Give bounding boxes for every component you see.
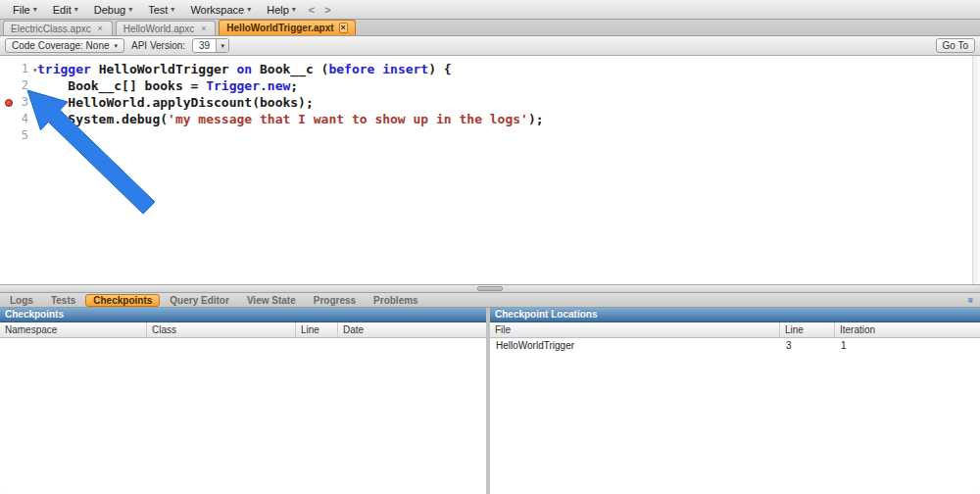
- close-icon[interactable]: ×: [339, 23, 348, 33]
- menu-file[interactable]: File ▾: [6, 3, 44, 17]
- code-identifier: HelloWorld.applyDiscount(books);: [37, 95, 314, 110]
- line-number: 4: [22, 112, 28, 125]
- nav-back-button[interactable]: <: [305, 4, 318, 16]
- menubar: File ▾ Edit ▾ Debug ▾ Test ▾ Workspace ▾…: [0, 0, 980, 20]
- caret-down-icon: ▾: [74, 6, 78, 14]
- editor-toolbar: Code Coverage: None ▾ API Version: 39 ▾ …: [0, 36, 980, 56]
- column-line[interactable]: Line: [780, 322, 835, 337]
- tab-checkpoints-active[interactable]: Checkpoints: [85, 294, 160, 307]
- caret-down-icon: ▾: [128, 6, 132, 14]
- tab-electricclass[interactable]: ElectricClass.apxc ×: [3, 21, 113, 35]
- api-version-select[interactable]: 39 ▾: [192, 38, 229, 53]
- tab-view-state[interactable]: View State: [239, 294, 304, 307]
- gutter-line-4[interactable]: 4: [0, 111, 33, 127]
- code-text: [33, 127, 37, 144]
- code-identifier: HelloWorldTrigger: [99, 62, 237, 76]
- tab-logs[interactable]: Logs: [2, 294, 41, 307]
- column-date[interactable]: Date: [338, 322, 486, 337]
- api-version-value: 39: [193, 40, 216, 51]
- code-identifier: System.debug(: [37, 112, 168, 126]
- nav-forward-button[interactable]: >: [320, 4, 334, 16]
- caret-down-icon: ▾: [33, 6, 37, 14]
- tab-helloworld[interactable]: HelloWorld.apxc ×: [116, 21, 217, 35]
- tab-query-editor[interactable]: Query Editor: [162, 294, 237, 307]
- column-file[interactable]: File: [490, 322, 780, 337]
- go-to-button[interactable]: Go To: [936, 38, 976, 53]
- caret-down-icon: ▾: [216, 39, 228, 52]
- gutter-line-3[interactable]: 3: [0, 94, 33, 111]
- code-editor[interactable]: 1 ▾ trigger HelloWorldTrigger on Book__c…: [0, 56, 980, 284]
- tab-label: HelloWorldTrigger.apxt: [226, 23, 333, 33]
- gutter-line-5[interactable]: 5: [0, 127, 33, 144]
- menu-file-label: File: [13, 4, 30, 16]
- menu-debug[interactable]: Debug ▾: [87, 3, 139, 17]
- bottom-panels: Checkpoints Namespace Class Line Date Ch…: [0, 308, 980, 494]
- menu-test-label: Test: [148, 4, 168, 16]
- code-text: System.debug('my message that I want to …: [33, 111, 544, 127]
- code-coverage-dropdown[interactable]: Code Coverage: None ▾: [5, 38, 124, 53]
- table-row[interactable]: HelloWorldTrigger 3 1: [490, 338, 980, 354]
- fold-arrow-icon[interactable]: ▾: [32, 62, 37, 78]
- column-namespace[interactable]: Namespace: [0, 322, 147, 337]
- code-identifier: ;: [290, 78, 298, 93]
- tab-label: HelloWorld.apxc: [123, 24, 195, 34]
- close-icon[interactable]: ×: [96, 25, 105, 33]
- menu-debug-label: Debug: [94, 4, 125, 16]
- breakpoint-icon[interactable]: [5, 99, 13, 107]
- line-number: 5: [22, 128, 28, 142]
- code-keyword: on: [237, 62, 260, 76]
- splitter-grip-handle[interactable]: [477, 286, 503, 291]
- checkpoints-panel: Checkpoints Namespace Class Line Date: [0, 308, 486, 494]
- code-coverage-label: Code Coverage: None: [12, 40, 110, 51]
- caret-down-icon: ▾: [247, 6, 251, 14]
- code-identifier: );: [528, 112, 544, 126]
- checkpoints-panel-title: Checkpoints: [0, 308, 486, 322]
- tab-tests[interactable]: Tests: [43, 294, 83, 307]
- code-identifier: ) {: [428, 62, 451, 76]
- gutter-line-2[interactable]: 2: [0, 77, 33, 94]
- developer-console-window: File ▾ Edit ▾ Debug ▾ Test ▾ Workspace ▾…: [0, 0, 980, 494]
- menu-edit-label: Edit: [53, 4, 72, 16]
- cell-line: 3: [780, 338, 835, 354]
- collapse-panel-chevrons-icon[interactable]: »: [966, 295, 976, 305]
- menu-test[interactable]: Test ▾: [141, 3, 181, 17]
- code-keyword: before insert: [328, 62, 428, 76]
- column-line[interactable]: Line: [296, 322, 338, 337]
- code-text: Book__c[] books = Trigger.new;: [33, 77, 298, 94]
- caret-down-icon: ▾: [115, 42, 119, 50]
- column-iteration[interactable]: Iteration: [835, 322, 980, 337]
- caret-down-icon: ▾: [292, 6, 296, 14]
- checkpoint-locations-panel: Checkpoint Locations File Line Iteration…: [490, 308, 980, 494]
- gutter-line-1[interactable]: 1 ▾: [0, 61, 33, 77]
- code-identifier: Book__c (: [260, 62, 328, 76]
- code-keyword: trigger: [37, 62, 99, 76]
- close-icon[interactable]: ×: [199, 25, 208, 33]
- menu-workspace[interactable]: Workspace ▾: [183, 3, 258, 17]
- column-class[interactable]: Class: [147, 322, 296, 337]
- bottom-tabstrip: Logs Tests Checkpoints Query Editor View…: [0, 293, 980, 308]
- code-line-2: 2 Book__c[] books = Trigger.new;: [0, 77, 980, 94]
- tab-helloworldtrigger-active[interactable]: HelloWorldTrigger.apxt ×: [219, 20, 355, 35]
- api-version-label: API Version:: [131, 40, 185, 51]
- editor-scrollbar[interactable]: [972, 56, 980, 284]
- caret-down-icon: ▾: [171, 6, 174, 14]
- checkpoint-locations-table-body: HelloWorldTrigger 3 1: [490, 338, 980, 494]
- code-text: HelloWorld.applyDiscount(books);: [33, 94, 314, 111]
- line-number: 2: [22, 78, 28, 92]
- menu-edit[interactable]: Edit ▾: [46, 3, 85, 17]
- tab-progress[interactable]: Progress: [306, 294, 364, 307]
- code-identifier: Book__c[] books =: [37, 78, 206, 93]
- tab-problems[interactable]: Problems: [366, 294, 426, 307]
- code-line-1: 1 ▾ trigger HelloWorldTrigger on Book__c…: [0, 61, 980, 77]
- code-line-4: 4 System.debug('my message that I want t…: [0, 111, 980, 127]
- horizontal-splitter[interactable]: [0, 284, 980, 293]
- code-line-3: 3 HelloWorld.applyDiscount(books);: [0, 94, 980, 111]
- editor-tabstrip: ElectricClass.apxc × HelloWorld.apxc × H…: [0, 20, 980, 36]
- menu-help[interactable]: Help ▾: [260, 3, 303, 17]
- tab-label: ElectricClass.apxc: [11, 24, 91, 34]
- go-to-label: Go To: [943, 40, 969, 51]
- checkpoint-locations-panel-title: Checkpoint Locations: [490, 308, 980, 322]
- checkpoints-table-body: [0, 338, 486, 494]
- cell-iteration: 1: [835, 338, 980, 354]
- menu-help-label: Help: [267, 4, 289, 16]
